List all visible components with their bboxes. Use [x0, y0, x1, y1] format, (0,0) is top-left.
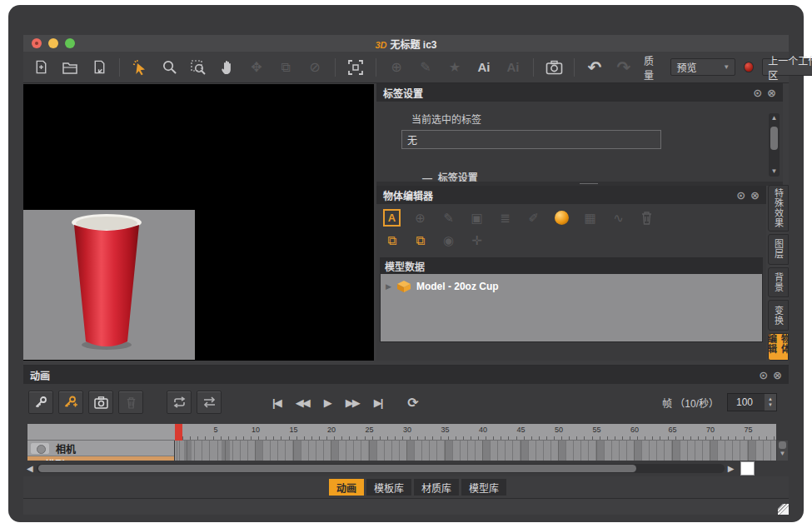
tree-expand-icon[interactable]: ▶	[386, 282, 391, 291]
side-tab-special-effects[interactable]: 特殊效果	[768, 185, 789, 232]
bottom-tab-animation[interactable]: 动画	[329, 479, 364, 496]
render-status-led[interactable]	[744, 62, 754, 72]
visibility-eye-icon[interactable]: ◉	[440, 232, 457, 249]
new-document-icon[interactable]	[32, 58, 50, 77]
loop-mode-icon[interactable]	[167, 391, 192, 414]
track-row-camera[interactable]: 相机	[27, 441, 174, 456]
quality-dropdown[interactable]: 预览 ▼	[670, 58, 735, 76]
delete-object-icon[interactable]	[638, 209, 655, 227]
material-sphere-icon[interactable]	[553, 209, 570, 227]
duplicate-window-icon[interactable]: ⧉	[276, 58, 295, 77]
toolbar-separator	[574, 58, 575, 77]
ruler-label-5: 5	[214, 426, 218, 434]
uv-map-icon[interactable]: ▦	[581, 209, 599, 227]
scroll-down-icon[interactable]: ▼	[771, 167, 778, 177]
undo-icon[interactable]: ↶	[585, 58, 604, 77]
curve-tool-icon[interactable]: ∿	[610, 209, 627, 227]
viewport-3d[interactable]	[23, 84, 374, 361]
bottom-tab-template-library[interactable]: 模板库	[366, 479, 411, 496]
workspace-dropdown[interactable]: 上一个工作区 ▼	[762, 58, 812, 76]
list-view-icon[interactable]: ≣	[496, 209, 514, 227]
import-document-icon[interactable]	[90, 58, 108, 77]
side-tab-layers[interactable]: 图层	[768, 234, 789, 265]
ai-import-icon[interactable]: Ai	[504, 58, 522, 77]
scroll-down-icon[interactable]: ▼	[780, 450, 786, 457]
add-key-icon[interactable]	[58, 391, 83, 414]
step-back-icon[interactable]: |◀	[272, 396, 281, 409]
model-cube-icon	[397, 281, 411, 292]
toolbar-separator	[376, 58, 376, 77]
fit-view-icon[interactable]	[346, 58, 365, 77]
label-panel-scrollbar[interactable]: ▲ ▼	[769, 113, 780, 177]
panel-close-icon[interactable]: ⊗	[773, 369, 782, 381]
side-tab-transform[interactable]: 变换	[768, 300, 789, 331]
scroll-left-icon[interactable]: ◀	[23, 464, 37, 473]
timeline-ruler[interactable]: 05101520253035404550556065707580	[27, 424, 776, 441]
panel-close-icon[interactable]: ⊗	[767, 87, 776, 99]
add-image-icon[interactable]: ▣	[468, 209, 486, 227]
app-window: 3D无标题 ic3 ✥ ⧉ ⊘ ⊕ ✎ ★ Ai Ai	[23, 35, 789, 515]
move-object-icon[interactable]: ✥	[247, 58, 266, 77]
pingpong-mode-icon[interactable]	[197, 391, 222, 414]
redo-icon[interactable]: ↷	[615, 58, 633, 77]
panel-float-icon[interactable]: ⊙	[759, 369, 768, 381]
snapshot-camera-icon[interactable]	[545, 58, 563, 77]
loop-playback-icon[interactable]: ⟳	[407, 395, 418, 411]
step-forward-icon[interactable]: ▶|	[374, 396, 382, 409]
rotate-view-icon[interactable]: ⊘	[306, 58, 324, 77]
scroll-up-icon[interactable]: ▲	[771, 113, 778, 123]
model-tree-item[interactable]: ▶ Model - 20oz Cup	[381, 274, 762, 292]
paint-tool-icon[interactable]: ✐	[525, 209, 542, 227]
panel-float-icon[interactable]: ⊙	[736, 189, 745, 202]
play-icon[interactable]: ▶	[324, 396, 331, 409]
bottom-tab-material-library[interactable]: 材质库	[414, 479, 459, 496]
duplicate-icon[interactable]: ⧉	[411, 232, 429, 249]
add-label-icon[interactable]: ⊕	[387, 58, 406, 77]
spin-down-icon[interactable]: ▼	[768, 402, 773, 408]
side-tab-background[interactable]: 背景	[768, 267, 789, 298]
delete-key-icon[interactable]	[118, 391, 143, 414]
scrollbar-thumb[interactable]	[38, 465, 636, 472]
select-tool-icon[interactable]	[131, 58, 149, 77]
rewind-icon[interactable]: ◀◀	[296, 396, 309, 409]
fast-forward-icon[interactable]: ▶▶	[346, 396, 359, 409]
zoom-region-tool-icon[interactable]	[189, 58, 207, 77]
text-label-tool-icon[interactable]: A	[383, 209, 401, 227]
key-icon[interactable]	[28, 391, 53, 414]
label-section-header[interactable]: — 标签设置	[422, 170, 478, 182]
timeline-horizontal-scrollbar[interactable]: ◀ ▶	[23, 461, 789, 476]
panel-float-icon[interactable]: ⊙	[753, 87, 762, 99]
frame-count-value[interactable]: 100	[728, 396, 765, 408]
track-row-model[interactable]: ︿ 模型	[27, 456, 174, 461]
model-data-list[interactable]: ▶ Model - 20oz Cup	[380, 274, 763, 342]
camera-key-icon[interactable]	[88, 391, 113, 414]
add-object-icon[interactable]: ⊕	[411, 209, 429, 227]
scrollbar-thumb[interactable]	[770, 127, 778, 150]
edit-label-icon[interactable]: ✎	[416, 58, 435, 77]
edit-object-icon[interactable]: ✎	[440, 209, 457, 227]
ai-artwork-icon[interactable]: Ai	[475, 58, 493, 77]
spin-up-icon[interactable]: ▲	[768, 396, 773, 402]
panel-close-icon[interactable]: ⊗	[750, 189, 760, 202]
timeline-resize-box[interactable]	[740, 461, 755, 476]
scrollbar-thumb[interactable]	[779, 441, 786, 449]
resize-grip[interactable]	[778, 504, 789, 515]
duplicate-add-icon[interactable]: ⧉	[383, 232, 401, 249]
favorite-star-icon[interactable]: ★	[446, 58, 464, 77]
model-data-header: 模型数据	[380, 257, 763, 274]
stage-background[interactable]	[23, 210, 195, 360]
open-folder-icon[interactable]	[61, 58, 79, 77]
scroll-right-icon[interactable]: ▶	[725, 464, 738, 473]
playhead[interactable]	[175, 424, 182, 441]
zoom-tool-icon[interactable]	[160, 58, 178, 77]
frame-count-spinner[interactable]: 100 ▲ ▼	[727, 393, 777, 411]
timeline-vertical-scrollbar[interactable]: ▼	[777, 441, 788, 461]
timeline-grid[interactable]	[175, 441, 776, 461]
current-label-input[interactable]	[401, 130, 661, 149]
pin-tool-icon[interactable]: ✛	[468, 232, 486, 249]
scrollbar-track[interactable]	[37, 464, 725, 473]
bottom-tab-model-library[interactable]: 模型库	[461, 479, 506, 496]
cup-model[interactable]	[68, 212, 145, 355]
side-tab-object-editor[interactable]: 物体编辑	[768, 333, 789, 361]
pan-tool-icon[interactable]	[218, 58, 237, 77]
